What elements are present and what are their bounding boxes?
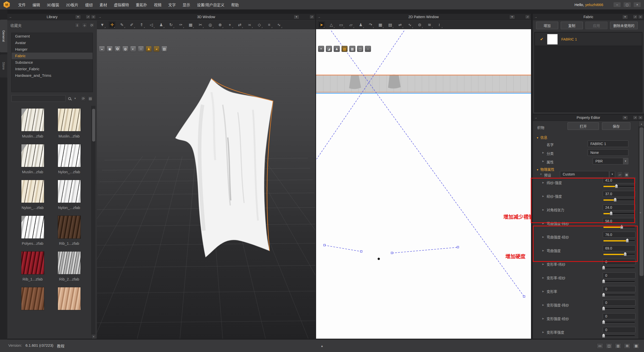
library-search-input[interactable] xyxy=(11,95,66,102)
property-slider[interactable] xyxy=(603,335,635,337)
fabric-swatch[interactable] xyxy=(547,34,558,45)
folder-item[interactable]: Fabric xyxy=(12,53,93,59)
expand-arrow-icon[interactable]: ▶ xyxy=(542,317,544,320)
arrangement-tool-icon[interactable]: ♟ xyxy=(158,21,165,28)
rectangle-pattern-tool-icon[interactable]: ▭ xyxy=(338,21,345,28)
open-button[interactable]: 打开 xyxy=(567,122,599,130)
point-handles[interactable] xyxy=(324,244,525,297)
search-icon[interactable] xyxy=(68,97,71,100)
property-value-input[interactable]: 0 xyxy=(603,300,635,306)
property-slider[interactable] xyxy=(603,267,635,269)
fabric-thumbnail-image[interactable] xyxy=(21,144,44,167)
folder-item[interactable]: Avatar xyxy=(12,40,93,46)
folder-item[interactable]: Garment xyxy=(12,33,93,40)
fabric-thumbnail-image[interactable] xyxy=(58,251,81,274)
fabric-thumbnail[interactable]: Rib_1...zfab xyxy=(18,251,48,281)
fabric-thumbnail-image[interactable] xyxy=(21,287,44,310)
menu-item[interactable]: 文件 xyxy=(18,2,26,7)
pleat-tool-icon[interactable]: ≋ xyxy=(426,21,433,28)
strip-pattern-piece[interactable] xyxy=(316,75,531,93)
fabric-thumbnail[interactable] xyxy=(18,287,48,317)
silhouette-view-icon[interactable]: ♟ xyxy=(334,46,340,52)
texture-view-icon[interactable]: ✪ xyxy=(115,46,121,52)
property-slider[interactable] xyxy=(603,308,635,309)
smooth-tool-icon[interactable]: ≡ xyxy=(266,21,273,28)
fabric-action-button[interactable]: 增加 xyxy=(536,22,558,29)
menu-item[interactable]: 编辑 xyxy=(32,2,40,7)
thumbnail-scrollbar-thumb[interactable] xyxy=(92,109,95,142)
seamline-view-icon[interactable]: ◫ xyxy=(357,46,363,52)
simulate-tool-icon[interactable]: ▼ xyxy=(99,21,106,28)
baseline-view-icon[interactable]: ▦ xyxy=(349,46,355,52)
window-2d-popout-icon[interactable]: ↗ xyxy=(525,15,530,19)
classification-value[interactable]: None xyxy=(588,149,628,156)
property-value-input[interactable]: 0 xyxy=(603,327,635,333)
lift-garment-tool-icon[interactable]: ⇑ xyxy=(138,21,145,28)
property-slider[interactable] xyxy=(603,281,635,282)
surface-view-icon[interactable]: ◐ xyxy=(130,46,136,52)
fabric-thumbnail[interactable]: Polyes...zfab xyxy=(18,216,48,246)
thumbnail-scrollbar[interactable]: ▼ xyxy=(91,106,95,339)
fabric-action-button[interactable]: 删除未使用的 xyxy=(610,22,638,29)
pattern-view-icon[interactable]: ◪ xyxy=(326,46,332,52)
library-close-icon[interactable]: × xyxy=(91,15,96,19)
property-scrollbar-thumb[interactable] xyxy=(639,127,643,276)
folder-item[interactable]: Interior_Fabric xyxy=(12,66,93,72)
download-icon[interactable]: ⇓ xyxy=(75,23,80,28)
transform-pattern-tool-icon[interactable]: ➤ xyxy=(318,21,325,28)
slider-handle[interactable] xyxy=(602,279,605,283)
search-filter-dropdown-icon[interactable]: ▼ xyxy=(74,97,76,100)
property-slider[interactable] xyxy=(603,322,635,323)
property-editor-popout-icon[interactable]: ↗ xyxy=(633,116,637,120)
garment-view-icon[interactable]: ◉ xyxy=(107,46,113,52)
expand-arrow-icon[interactable]: ▶ xyxy=(542,290,544,293)
press-view-icon[interactable]: ▤ xyxy=(161,46,167,52)
fabric-thumbnail[interactable]: Muslin...zfab xyxy=(18,108,48,138)
fabric-display-icon[interactable]: ◕ xyxy=(154,46,160,52)
menu-item[interactable]: 重拓扑 xyxy=(136,2,147,7)
library-popout-icon[interactable]: ↗ xyxy=(86,15,90,19)
fabric-thumbnail-image[interactable] xyxy=(58,180,81,203)
menu-item[interactable]: 3D服装 xyxy=(47,2,59,7)
steam-tool-icon[interactable]: ∿ xyxy=(276,21,282,28)
fold-tool-icon[interactable]: ≍ xyxy=(246,21,253,28)
fabric-thumbnail[interactable]: Rib_2...zfab xyxy=(54,251,84,281)
expand-arrow-icon[interactable]: ▶ xyxy=(542,263,544,265)
garment-3d[interactable] xyxy=(175,79,273,257)
sewing-tool-icon[interactable]: ✑ xyxy=(177,21,184,28)
wireframe-view-icon[interactable]: ○ xyxy=(138,46,144,52)
scroll-down-icon[interactable]: ▼ xyxy=(92,335,96,339)
restore-button[interactable]: ▢ xyxy=(623,2,631,7)
chevron-down-icon[interactable]: ▼ xyxy=(623,158,628,164)
section-info[interactable]: ▼信息 xyxy=(536,135,547,140)
fabric-thumbnail-image[interactable] xyxy=(21,180,44,203)
select-mesh-pen-tool-icon[interactable]: ✎ xyxy=(119,21,125,28)
fabric-view-icon[interactable]: ▧ xyxy=(342,46,348,52)
window-3d-dropdown-icon[interactable]: ▼ xyxy=(294,15,299,19)
scroll-up-icon[interactable]: ▲ xyxy=(639,121,644,126)
menu-item[interactable]: 设置/用户自定义 xyxy=(197,2,224,7)
grading-tool-icon[interactable]: ▦ xyxy=(377,21,384,28)
name-value-input[interactable]: FABRIC 1 xyxy=(588,140,628,147)
fabric-thumbnail-image[interactable] xyxy=(58,108,81,131)
mesh-view-icon[interactable]: ◍ xyxy=(122,46,128,52)
grid-view-icon[interactable]: ⌖ xyxy=(318,46,324,52)
fabric-thumbnail-image[interactable] xyxy=(58,144,81,167)
fabric-thumbnail[interactable]: Nylon_...zfab xyxy=(54,144,84,174)
folder-item[interactable]: Hanger xyxy=(12,46,93,53)
fabric-thumbnail[interactable]: Muslin...zfab xyxy=(18,144,48,174)
menu-item[interactable]: 视频 xyxy=(154,2,161,7)
scissors-tool-icon[interactable]: ✂ xyxy=(197,21,204,28)
slider-handle[interactable] xyxy=(602,293,605,297)
fabric-thumbnail-image[interactable] xyxy=(21,216,44,239)
expand-arrow-icon[interactable]: ▶ xyxy=(542,160,544,162)
property-editor-close-icon[interactable]: × xyxy=(638,116,643,120)
close-button[interactable]: × xyxy=(633,2,641,7)
list-view-icon[interactable]: ▤ xyxy=(88,96,93,101)
tab-general[interactable]: General xyxy=(0,20,7,52)
menu-item[interactable]: 显示 xyxy=(183,2,190,7)
fabric-action-button[interactable]: 应用 xyxy=(585,22,608,29)
dock-arrow-icon[interactable]: → xyxy=(534,15,537,19)
fabric-panel-dropdown-icon[interactable]: ▼ xyxy=(622,15,628,19)
menu-item[interactable]: 2D板片 xyxy=(66,2,78,7)
